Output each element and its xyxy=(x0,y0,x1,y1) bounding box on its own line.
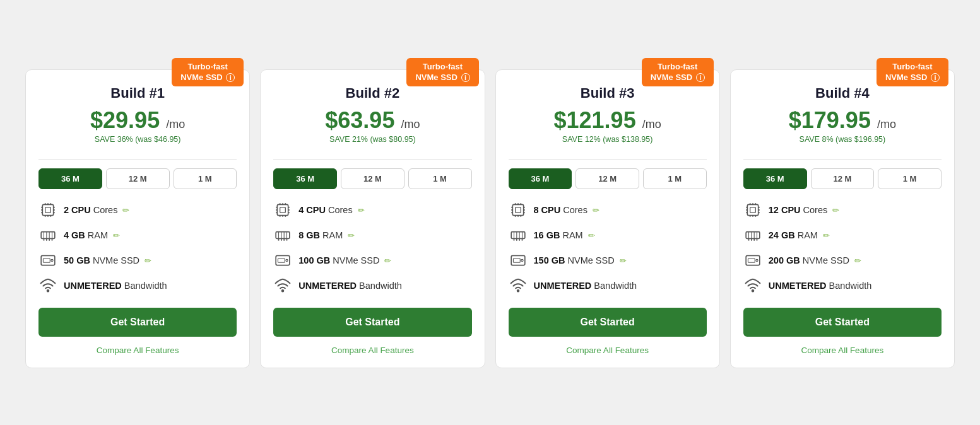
billing-btn-36m-4[interactable]: 36 M xyxy=(743,168,807,189)
plan-title-2: Build #2 xyxy=(273,85,471,102)
edit-icon[interactable]: ✏ xyxy=(113,231,120,240)
billing-btn-36m-1[interactable]: 36 M xyxy=(38,168,102,189)
ram-icon-1 xyxy=(38,226,57,245)
plan-price-4: $179.95 /mo xyxy=(743,108,942,133)
bandwidth-spec-4: UNMETERED Bandwidth xyxy=(743,276,942,295)
info-icon-4: i xyxy=(931,73,940,82)
ram-icon-3 xyxy=(509,226,528,245)
ssd-text-3: 150 GB NVMe SSD ✏ xyxy=(534,255,627,265)
svg-rect-95 xyxy=(746,232,760,239)
edit-icon[interactable]: ✏ xyxy=(593,206,599,215)
compare-link-2[interactable]: Compare All Features xyxy=(273,346,471,355)
billing-btn-12m-3[interactable]: 12 M xyxy=(576,168,639,189)
price-amount-4: $179.95 xyxy=(789,107,871,133)
info-icon-3: i xyxy=(696,73,705,82)
svg-rect-51 xyxy=(278,259,285,263)
billing-btn-12m-4[interactable]: 12 M xyxy=(811,168,875,189)
ssd-spec-1: 50 GB NVMe SSD ✏ xyxy=(38,251,237,270)
plan-divider-4 xyxy=(743,159,942,160)
turbo-badge-3: Turbo-fast NVMe SSD i xyxy=(642,58,714,87)
edit-icon[interactable]: ✏ xyxy=(854,256,861,265)
bandwidth-text-4: UNMETERED Bandwidth xyxy=(769,281,872,291)
svg-rect-27 xyxy=(278,205,288,216)
bandwidth-spec-1: UNMETERED Bandwidth xyxy=(38,276,237,295)
cpu-text-3: 8 CPU Cores ✏ xyxy=(534,205,599,215)
ram-icon-2 xyxy=(273,226,292,245)
svg-point-80 xyxy=(517,290,519,292)
per-mo-3: /mo xyxy=(642,118,661,131)
svg-rect-54 xyxy=(512,205,523,216)
billing-btn-36m-2[interactable]: 36 M xyxy=(273,168,337,189)
ram-icon-4 xyxy=(743,226,762,245)
compare-link-4[interactable]: Compare All Features xyxy=(743,346,942,355)
billing-btn-1m-4[interactable]: 1 M xyxy=(878,168,942,189)
cpu-text-1: 2 CPU Cores ✏ xyxy=(64,205,129,215)
svg-rect-78 xyxy=(513,259,520,263)
ssd-text-1: 50 GB NVMe SSD ✏ xyxy=(64,255,151,265)
turbo-badge-line1: Turbo-fast xyxy=(423,62,463,71)
billing-toggle-1: 36 M 12 M 1 M xyxy=(38,168,237,189)
plan-card-1: Build #1 $29.95 /mo SAVE 36% (was $46.95… xyxy=(25,69,250,369)
plan-wrapper-3: Turbo-fast NVMe SSD i Build #3 $121.95 /… xyxy=(495,69,720,369)
edit-icon[interactable]: ✏ xyxy=(384,256,391,265)
svg-point-25 xyxy=(51,260,53,262)
svg-point-79 xyxy=(521,260,522,262)
svg-rect-82 xyxy=(750,207,755,213)
billing-btn-1m-2[interactable]: 1 M xyxy=(408,168,472,189)
billing-toggle-2: 36 M 12 M 1 M xyxy=(273,168,471,189)
bandwidth-spec-3: UNMETERED Bandwidth xyxy=(509,276,707,295)
billing-btn-1m-1[interactable]: 1 M xyxy=(174,168,237,189)
get-started-button-1[interactable]: Get Started xyxy=(38,308,237,337)
svg-point-52 xyxy=(286,260,288,262)
plan-wrapper-1: Turbo-fast NVMe SSD i Build #1 $29.95 /m… xyxy=(25,69,250,369)
ram-spec-2: 8 GB RAM ✏ xyxy=(273,226,471,245)
get-started-button-2[interactable]: Get Started xyxy=(273,308,471,337)
get-started-button-4[interactable]: Get Started xyxy=(743,308,942,337)
edit-icon[interactable]: ✏ xyxy=(122,206,129,215)
turbo-badge-line2: NVMe SSD i xyxy=(651,73,705,82)
plan-savings-4: SAVE 8% (was $196.95) xyxy=(743,135,942,144)
svg-rect-14 xyxy=(41,232,55,239)
plan-price-1: $29.95 /mo xyxy=(38,108,237,133)
bandwidth-text-2: UNMETERED Bandwidth xyxy=(298,281,402,291)
edit-icon[interactable]: ✏ xyxy=(145,256,151,265)
svg-rect-105 xyxy=(748,259,755,263)
specs-list-3: 8 CPU Cores ✏ 16 GB RAM ✏ 150 GB NVMe SS xyxy=(509,201,707,295)
billing-btn-36m-3[interactable]: 36 M xyxy=(509,168,572,189)
cpu-text-4: 12 CPU Cores ✏ xyxy=(769,205,840,215)
get-started-button-3[interactable]: Get Started xyxy=(509,308,707,337)
per-mo-4: /mo xyxy=(877,118,896,131)
plan-card-2: Build #2 $63.95 /mo SAVE 21% (was $80.95… xyxy=(260,69,485,369)
plan-price-3: $121.95 /mo xyxy=(509,108,707,133)
ram-spec-3: 16 GB RAM ✏ xyxy=(509,226,707,245)
edit-icon[interactable]: ✏ xyxy=(588,231,595,240)
turbo-badge-1: Turbo-fast NVMe SSD i xyxy=(172,58,244,87)
cpu-spec-2: 4 CPU Cores ✏ xyxy=(273,201,471,219)
edit-icon[interactable]: ✏ xyxy=(348,231,355,240)
svg-point-106 xyxy=(756,260,758,262)
svg-rect-81 xyxy=(747,205,758,216)
billing-btn-1m-3[interactable]: 1 M xyxy=(643,168,707,189)
cpu-icon-4 xyxy=(743,201,762,219)
compare-link-3[interactable]: Compare All Features xyxy=(509,346,707,355)
svg-rect-0 xyxy=(42,205,53,216)
ram-spec-4: 24 GB RAM ✏ xyxy=(743,226,942,245)
price-amount-3: $121.95 xyxy=(554,107,636,133)
plan-card-3: Build #3 $121.95 /mo SAVE 12% (was $138.… xyxy=(495,69,720,369)
compare-link-1[interactable]: Compare All Features xyxy=(38,346,237,355)
billing-btn-12m-2[interactable]: 12 M xyxy=(341,168,404,189)
ssd-icon-3 xyxy=(509,251,528,270)
edit-icon[interactable]: ✏ xyxy=(620,256,627,265)
turbo-badge-line2: NVMe SSD i xyxy=(885,73,940,82)
specs-list-1: 2 CPU Cores ✏ 4 GB RAM ✏ 50 GB NVMe SSD xyxy=(38,201,237,295)
edit-icon[interactable]: ✏ xyxy=(358,206,365,215)
plan-divider-2 xyxy=(273,159,471,160)
plan-savings-2: SAVE 21% (was $80.95) xyxy=(273,135,471,144)
ram-text-2: 8 GB RAM ✏ xyxy=(298,230,355,240)
svg-point-26 xyxy=(47,290,49,292)
cpu-spec-3: 8 CPU Cores ✏ xyxy=(509,201,707,219)
edit-icon[interactable]: ✏ xyxy=(832,206,839,215)
billing-btn-12m-1[interactable]: 12 M xyxy=(106,168,170,189)
edit-icon[interactable]: ✏ xyxy=(823,231,830,240)
svg-point-107 xyxy=(752,290,753,292)
